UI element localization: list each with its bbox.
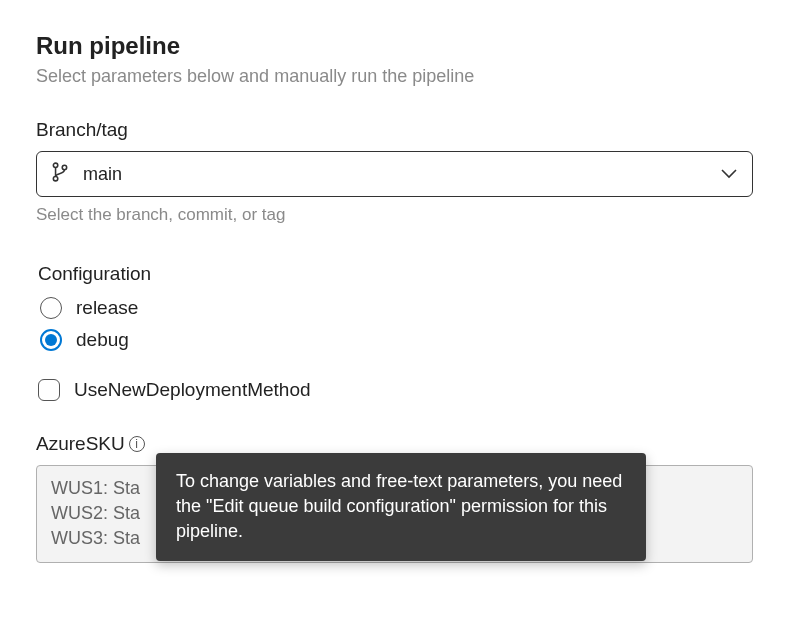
checkbox-icon <box>38 379 60 401</box>
radio-label-debug: debug <box>76 329 129 351</box>
branch-tag-value: main <box>83 164 122 185</box>
azure-sku-label: AzureSKU <box>36 433 125 455</box>
chevron-down-icon <box>720 165 738 183</box>
configuration-label: Configuration <box>38 263 753 285</box>
branch-icon <box>51 162 69 186</box>
checkbox-label: UseNewDeploymentMethod <box>74 379 311 401</box>
page-title: Run pipeline <box>36 32 753 60</box>
checkbox-use-new-deployment[interactable]: UseNewDeploymentMethod <box>36 379 753 401</box>
branch-helper-text: Select the branch, commit, or tag <box>36 205 753 225</box>
svg-point-1 <box>53 176 57 180</box>
branch-tag-label: Branch/tag <box>36 119 753 141</box>
svg-point-2 <box>62 165 66 169</box>
radio-label-release: release <box>76 297 138 319</box>
branch-tag-dropdown[interactable]: main <box>36 151 753 197</box>
permission-tooltip: To change variables and free-text parame… <box>156 453 646 561</box>
radio-option-release[interactable]: release <box>38 297 753 319</box>
radio-icon-selected <box>40 329 62 351</box>
page-subtitle: Select parameters below and manually run… <box>36 66 753 87</box>
radio-icon <box>40 297 62 319</box>
svg-point-0 <box>53 163 57 167</box>
info-icon[interactable]: i <box>129 436 145 452</box>
radio-option-debug[interactable]: debug <box>38 329 753 351</box>
